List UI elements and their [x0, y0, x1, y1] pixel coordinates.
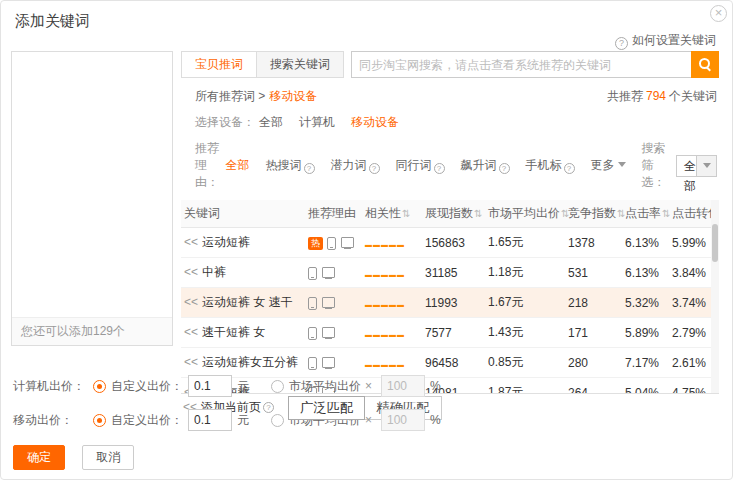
reason-option-rising[interactable]: 飙升词 [461, 157, 510, 174]
info-icon [304, 163, 315, 174]
keyword-text: 运动短裤女五分裤 [202, 355, 298, 369]
device-filter-label: 选择设备： [195, 114, 255, 131]
bid-unit: 元 [237, 412, 249, 429]
custom-bid-radio[interactable] [93, 380, 106, 393]
market-price-value: 1.87元 [485, 378, 565, 394]
table-header-row: 关键词 推荐理由 相关性 展现指数 市场平均出价 竞争指数 点击率 点击转化率 [181, 200, 719, 228]
market-price-value: 1.18元 [485, 258, 565, 288]
reason-option-hot[interactable]: 热搜词 [266, 157, 315, 174]
help-link[interactable]: 如何设置关键词 [615, 32, 716, 50]
pc-icon [322, 267, 335, 279]
custom-bid-radio[interactable] [93, 414, 106, 427]
device-option-mobile[interactable]: 移动设备 [351, 114, 399, 131]
competition-value: 171 [565, 318, 622, 348]
cancel-button[interactable]: 取消 [82, 445, 134, 470]
table-row[interactable]: <<运动短裤 热 ▬▬▬▬▬ 156863 1.65元 1378 6.13% 5… [181, 228, 719, 258]
confirm-button[interactable]: 确定 [13, 445, 65, 470]
mobile-icon [308, 357, 317, 370]
keyword-input-area[interactable] [12, 52, 172, 317]
market-price-value: 0.85元 [485, 348, 565, 378]
selected-keywords-panel: 您还可以添加129个 [11, 51, 173, 346]
percent-unit: % [430, 413, 441, 427]
pc-icon [322, 297, 335, 309]
info-icon [499, 163, 510, 174]
column-relevance[interactable]: 相关性 [362, 200, 422, 228]
remaining-count-note: 您还可以添加129个 [12, 317, 172, 345]
search-input[interactable] [351, 51, 691, 78]
chevron-down-icon [618, 162, 626, 167]
market-bid-radio[interactable] [271, 414, 284, 427]
hot-icon: 热 [308, 237, 323, 250]
table-row[interactable]: <<运动短裤女五分裤 ▬▬▬▬▬ 96458 0.85元 280 7.17% 2… [181, 348, 719, 378]
scrollbar-thumb[interactable] [712, 224, 718, 262]
breadcrumb-line: 所有推荐词 > 移动设备 共推荐794个关键词 [195, 88, 717, 105]
table-scrollbar[interactable] [711, 200, 719, 393]
keyword-text: 运动短裤 女 速干 [202, 295, 293, 309]
mobile-icon [308, 297, 317, 310]
market-price-value: 1.67元 [485, 288, 565, 318]
chevron-down-icon [703, 163, 711, 168]
custom-bid-input[interactable] [188, 409, 232, 431]
impressions-value: 11993 [422, 288, 485, 318]
device-option-pc[interactable]: 计算机 [299, 114, 335, 131]
device-filter-line: 选择设备： 全部 计算机 移动设备 [195, 114, 717, 131]
add-keyword-control[interactable]: << [184, 295, 198, 309]
column-impressions[interactable]: 展现指数 [422, 200, 485, 228]
pc-icon [322, 327, 335, 339]
dropdown-arrow-button[interactable] [696, 156, 716, 176]
keyword-recommend-panel: 宝贝推词 搜索关键词 所有推荐词 > 移动设备 共推荐794个关键词 选择设备：… [181, 51, 719, 421]
search-button[interactable] [691, 51, 719, 78]
market-percent-input[interactable] [381, 409, 425, 431]
broad-match-button[interactable]: 广泛匹配 [288, 396, 365, 420]
add-keyword-control[interactable]: << [184, 325, 198, 339]
breadcrumb-root[interactable]: 所有推荐词 > [195, 88, 265, 105]
help-text: 如何设置关键词 [632, 33, 716, 47]
tab-search-keyword[interactable]: 搜索关键词 [256, 51, 344, 78]
market-bid-radio[interactable] [271, 380, 284, 393]
dialog-actions: 确定 取消 [13, 445, 134, 470]
sort-icon[interactable] [662, 208, 670, 219]
add-keyword-control[interactable]: << [184, 265, 198, 279]
relevance-bars: ▬▬▬▬▬ [365, 361, 405, 368]
market-price-value: 1.65元 [485, 228, 565, 258]
sort-icon[interactable] [402, 208, 410, 219]
reason-option-potential[interactable]: 潜力词 [331, 157, 380, 174]
add-keyword-control[interactable]: << [184, 355, 198, 369]
info-icon [434, 163, 445, 174]
custom-bid-input[interactable] [188, 375, 232, 397]
filters: 所有推荐词 > 移动设备 共推荐794个关键词 选择设备： 全部 计算机 移动设… [181, 78, 719, 191]
table-row[interactable]: <<速干短裤 女 ▬▬▬▬▬ 7577 1.43元 171 5.89% 2.79… [181, 318, 719, 348]
impressions-value: 31185 [422, 258, 485, 288]
column-market-price[interactable]: 市场平均出价 [485, 200, 565, 228]
tab-recommend[interactable]: 宝贝推词 [181, 51, 257, 78]
relevance-bars: ▬▬▬▬▬ [365, 241, 405, 248]
keyword-text: 运动短裤 [202, 235, 250, 249]
add-keyword-control[interactable]: << [184, 235, 198, 249]
bid-unit: 元 [237, 378, 249, 395]
competition-value: 264 [565, 378, 622, 394]
table-row[interactable]: <<运动短裤 女 速干 ▬▬▬▬▬ 11993 1.67元 218 5.32% … [181, 288, 719, 318]
result-filter-dropdown[interactable]: 全部 [676, 155, 717, 177]
column-competition[interactable]: 竞争指数 [565, 200, 622, 228]
column-ctr[interactable]: 点击率 [622, 200, 669, 228]
add-keywords-dialog: 添加关键词 如何设置关键词 您还可以添加129个 宝贝推词 搜索关键词 所有推荐… [0, 0, 733, 480]
impressions-value: 156863 [422, 228, 485, 258]
info-icon [564, 163, 575, 174]
keyword-table: 关键词 推荐理由 相关性 展现指数 市场平均出价 竞争指数 点击率 点击转化率 … [181, 200, 719, 393]
mobile-bid-row: 移动出价： 自定义出价： 元 市场平均出价 × % [13, 409, 441, 431]
table-row[interactable]: <<中裤 ▬▬▬▬▬ 31185 1.18元 531 6.13% 3.84% [181, 258, 719, 288]
reason-option-mobile-tag[interactable]: 手机标 [526, 157, 575, 174]
pc-icon [322, 357, 335, 369]
custom-bid-label: 自定义出价： [111, 378, 183, 395]
result-filter-value: 全部 [677, 156, 696, 176]
sort-icon[interactable] [474, 208, 482, 219]
reason-option-all[interactable]: 全部 [226, 157, 250, 174]
device-option-all[interactable]: 全部 [259, 114, 283, 131]
more-link[interactable]: 更多 [591, 157, 626, 174]
close-icon[interactable] [710, 5, 727, 22]
reason-option-peer[interactable]: 同行词 [396, 157, 445, 174]
market-percent-input[interactable] [381, 375, 425, 397]
tab-row: 宝贝推词 搜索关键词 [181, 51, 719, 78]
ctr-value: 5.32% [622, 288, 669, 318]
keyword-text: 中裤 [202, 265, 226, 279]
